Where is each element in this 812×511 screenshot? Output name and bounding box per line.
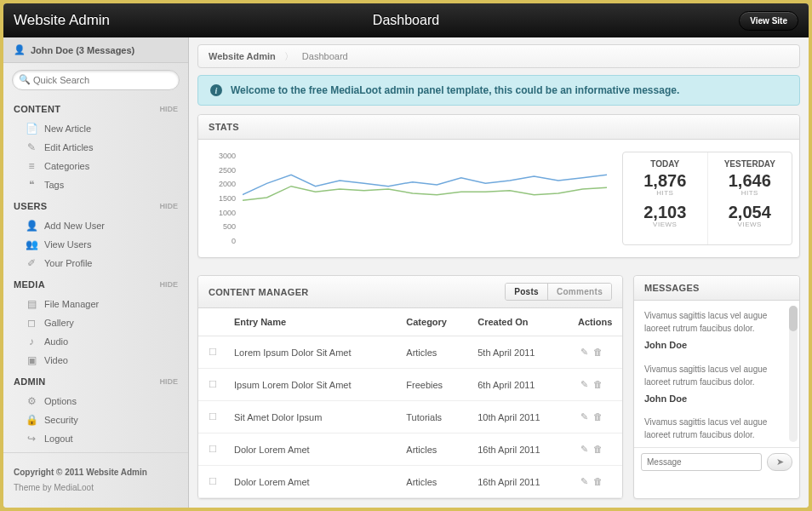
today-hits: 1,876 <box>626 172 704 189</box>
row-category: Freebies <box>399 369 471 401</box>
sidebar-item-icon: ▣ <box>26 354 37 366</box>
row-checkbox[interactable]: ☐ <box>209 476 217 486</box>
row-checkbox[interactable]: ☐ <box>209 411 217 422</box>
sidebar-hide-toggle[interactable]: HIDE <box>159 280 178 289</box>
row-checkbox[interactable]: ☐ <box>209 347 217 357</box>
message-input[interactable] <box>641 453 762 471</box>
sidebar-item-icon: ✐ <box>26 257 37 269</box>
breadcrumb: Website Admin 〉 Dashboard <box>197 44 800 68</box>
views-label2: VIEWS <box>712 221 789 228</box>
sidebar-item-edit-articles[interactable]: ✎Edit Articles <box>14 138 178 157</box>
sidebar-item-icon: ↪ <box>26 433 37 445</box>
sidebar-item-categories[interactable]: ≡Categories <box>14 157 178 175</box>
sidebar-item-label: Edit Articles <box>44 142 93 152</box>
sidebar-hide-toggle[interactable]: HIDE <box>159 202 178 210</box>
message-author: John Doe <box>644 338 777 353</box>
info-alert: i Welcome to the free MediaLoot admin pa… <box>197 75 800 106</box>
yesterday-label: YESTERDAY <box>712 159 789 169</box>
breadcrumb-separator-icon: 〉 <box>284 50 294 63</box>
delete-icon[interactable]: 🗑 <box>593 379 603 389</box>
message-text: Vivamus sagittis lacus vel augue laoreet… <box>644 416 777 441</box>
row-created: 16th April 2011 <box>471 433 571 466</box>
today-label: TODAY <box>626 159 704 169</box>
sidebar-item-label: New Article <box>44 123 91 134</box>
sidebar-item-your-profile[interactable]: ✐Your Profile <box>14 254 178 273</box>
sidebar-item-security[interactable]: 🔒Security <box>14 411 178 429</box>
sidebar-item-tags[interactable]: ❝Tags <box>14 175 178 194</box>
sidebar-item-logout[interactable]: ↪Logout <box>14 429 178 448</box>
sidebar-item-icon: ≡ <box>26 160 37 172</box>
tab-posts[interactable]: Posts <box>506 284 547 300</box>
sidebar-hide-toggle[interactable]: HIDE <box>159 105 178 113</box>
sidebar-item-label: Add New User <box>44 221 105 231</box>
message-author: John Doe <box>644 392 777 406</box>
views-label: VIEWS <box>626 221 704 228</box>
row-category: Tutorials <box>399 401 471 433</box>
scrollbar-thumb[interactable] <box>789 306 798 331</box>
stats-header: STATS <box>198 115 799 140</box>
user-bar[interactable]: 👤 John Doe (3 Messages) <box>3 37 188 63</box>
user-bar-label: John Doe (3 Messages) <box>31 45 134 55</box>
sidebar-item-label: View Users <box>44 239 91 250</box>
row-category: Articles <box>399 336 471 369</box>
sidebar-item-label: Tags <box>44 180 64 190</box>
sidebar-group-title: MEDIA <box>14 279 45 290</box>
copyright: Copyright © 2011 Website Admin <box>14 465 178 480</box>
y-tick-label: 1000 <box>205 209 236 217</box>
sidebar-item-label: Your Profile <box>44 258 92 268</box>
sidebar-item-icon: 📄 <box>26 123 37 135</box>
view-site-button[interactable]: View Site <box>739 11 798 31</box>
sidebar-item-options[interactable]: ⚙Options <box>14 392 178 411</box>
yesterday-hits: 1,646 <box>712 172 789 189</box>
hits-label: HITS <box>626 189 704 197</box>
sidebar-item-label: Gallery <box>44 318 74 328</box>
table-row: ☐ Sit Amet Dolor Ipsum Tutorials 10th Ap… <box>198 401 622 433</box>
hits-label2: HITS <box>712 189 789 197</box>
messages-list[interactable]: Vivamus sagittis lacus vel augue laoreet… <box>634 301 799 447</box>
delete-icon[interactable]: 🗑 <box>593 444 603 454</box>
sidebar-group-title: ADMIN <box>14 376 46 387</box>
sidebar-item-video[interactable]: ▣Video <box>14 351 178 370</box>
breadcrumb-root[interactable]: Website Admin <box>209 51 276 61</box>
sidebar-item-file-manager[interactable]: ▤File Manager <box>14 295 178 313</box>
row-checkbox[interactable]: ☐ <box>209 379 217 389</box>
today-views: 2,103 <box>626 204 704 221</box>
delete-icon[interactable]: 🗑 <box>593 476 603 486</box>
sidebar-item-add-new-user[interactable]: 👤Add New User <box>14 216 178 235</box>
sidebar-hide-toggle[interactable]: HIDE <box>159 377 178 386</box>
row-entry-name: Ipsum Lorem Dolor Sit Amet <box>227 369 399 401</box>
chart-series-green <box>243 187 607 201</box>
sidebar-item-audio[interactable]: ♪Audio <box>14 332 178 351</box>
table-row: ☐ Dolor Lorem Amet Articles 16th April 2… <box>198 433 622 466</box>
tab-comments[interactable]: Comments <box>547 284 611 300</box>
theme-credit: Theme by MediaLoot <box>14 480 178 496</box>
breadcrumb-current: Dashboard <box>302 51 348 61</box>
sidebar-item-icon: 👥 <box>26 238 37 250</box>
edit-icon[interactable]: ✎ <box>580 379 588 389</box>
sidebar-item-icon: 🔒 <box>26 414 37 426</box>
edit-icon[interactable]: ✎ <box>580 444 588 454</box>
delete-icon[interactable]: 🗑 <box>593 347 603 357</box>
col-created: Created On <box>471 308 571 336</box>
sidebar-item-label: Categories <box>44 161 89 171</box>
row-entry-name: Dolor Lorem Amet <box>227 466 399 498</box>
info-icon: i <box>210 84 222 96</box>
sidebar-item-icon: ❝ <box>26 179 37 191</box>
send-message-button[interactable]: ➤ <box>767 453 792 471</box>
edit-icon[interactable]: ✎ <box>580 476 588 486</box>
sidebar-item-label: Security <box>44 415 78 425</box>
sidebar-item-new-article[interactable]: 📄New Article <box>14 119 178 138</box>
row-checkbox[interactable]: ☐ <box>209 444 217 454</box>
sidebar-group-title: CONTENT <box>14 104 60 114</box>
delete-icon[interactable]: 🗑 <box>593 411 603 422</box>
table-row: ☐ Lorem Ipsum Dolor Sit Amet Articles 5t… <box>198 336 622 369</box>
sidebar-item-view-users[interactable]: 👥View Users <box>14 235 178 254</box>
row-created: 10th April 2011 <box>471 401 571 433</box>
search-input[interactable] <box>12 70 180 90</box>
messages-title: MESSAGES <box>634 276 799 301</box>
brand-title: Website Admin <box>14 12 110 29</box>
edit-icon[interactable]: ✎ <box>580 347 588 357</box>
edit-icon[interactable]: ✎ <box>580 411 588 422</box>
sidebar-item-gallery[interactable]: ◻Gallery <box>14 313 178 332</box>
stats-summary: TODAY 1,876 HITS 2,103 VIEWS YESTERDAY 1… <box>622 152 792 245</box>
